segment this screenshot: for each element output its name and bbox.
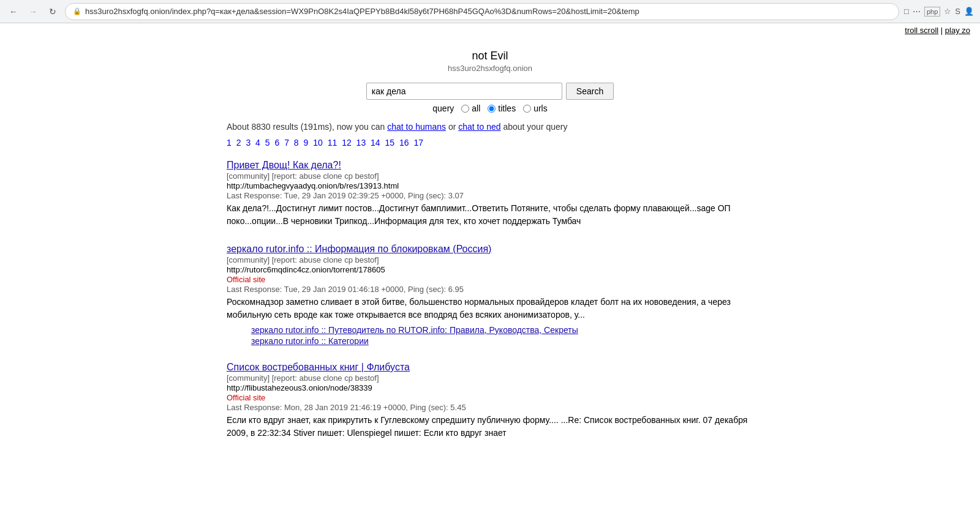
reload-button[interactable]: ↻ <box>45 4 60 19</box>
page-content: not Evil hss3uro2hsxfogfq.onion Search q… <box>214 37 766 468</box>
result-url: http://tumbachegvyaadyq.onion/b/res/1391… <box>227 181 753 190</box>
page-1[interactable]: 1 <box>227 138 232 148</box>
sub-link-1[interactable]: зеркало rutor.info :: Путеводитель по RU… <box>251 325 753 335</box>
urls-radio[interactable] <box>523 105 531 113</box>
profile-icon[interactable]: S <box>955 7 960 16</box>
query-label: query <box>432 103 454 113</box>
page-14[interactable]: 14 <box>371 138 380 148</box>
search-options: query all titles urls <box>432 103 547 113</box>
chat-humans-link[interactable]: chat to humans <box>387 122 446 132</box>
page-6[interactable]: 6 <box>274 138 279 148</box>
search-row: Search <box>366 83 614 100</box>
page-12[interactable]: 12 <box>342 138 352 148</box>
forward-button[interactable]: → <box>26 4 40 19</box>
result-meta: [community] [report: abuse clone cp best… <box>227 171 753 181</box>
address-text: hss3uro2hsxfogfq.onion/index.php?q=как+д… <box>85 7 639 16</box>
result-meta: [community] [report: abuse clone cp best… <box>227 373 753 383</box>
site-title: not Evil <box>227 50 753 62</box>
result-desc: Если кто вдруг знает, как прикрутить к Г… <box>227 414 753 440</box>
address-bar[interactable]: 🔒 hss3uro2hsxfogfq.onion/index.php?q=как… <box>65 3 899 20</box>
or-text: or <box>446 122 458 132</box>
back-button[interactable]: ← <box>6 4 21 19</box>
result-ping: Last Response: Mon, 28 Jan 2019 21:46:19… <box>227 403 753 412</box>
result-item: Список востребованных книг | Флибуста [c… <box>227 362 753 440</box>
result-official: Official site <box>227 275 753 284</box>
result-title: Список востребованных книг | Флибуста <box>227 362 753 373</box>
extension-icon[interactable]: □ <box>904 7 909 16</box>
results-info: About 8830 results (191ms), now you can … <box>227 122 753 132</box>
browser-right-actions: □ ⋯ php ☆ S 👤 <box>904 7 974 17</box>
sub-link-2[interactable]: зеркало rutor.info :: Категории <box>251 336 753 346</box>
titles-radio[interactable] <box>488 105 496 113</box>
result-link[interactable]: Привет Двощ! Как дела?! <box>227 160 341 170</box>
page-15[interactable]: 15 <box>385 138 395 148</box>
titles-label: titles <box>498 103 516 113</box>
troll-scroll-link[interactable]: troll scroll <box>905 26 938 35</box>
lock-icon: 🔒 <box>73 7 81 15</box>
play-zo-link[interactable]: play zo <box>945 26 970 35</box>
result-official: Official site <box>227 393 753 402</box>
browser-chrome: ← → ↻ 🔒 hss3uro2hsxfogfq.onion/index.php… <box>0 0 980 23</box>
page-7[interactable]: 7 <box>284 138 289 148</box>
page-4[interactable]: 4 <box>255 138 260 148</box>
page-10[interactable]: 10 <box>313 138 323 148</box>
urls-option[interactable]: urls <box>523 103 548 113</box>
star-icon[interactable]: ☆ <box>944 7 951 16</box>
page-9[interactable]: 9 <box>304 138 309 148</box>
all-radio[interactable] <box>461 105 469 113</box>
page-8[interactable]: 8 <box>294 138 299 148</box>
page-2[interactable]: 2 <box>236 138 241 148</box>
menu-icon[interactable]: ⋯ <box>913 7 921 16</box>
all-label: all <box>472 103 480 113</box>
all-option[interactable]: all <box>461 103 480 113</box>
result-desc: Роскомнадзор заметно сливает в этой битв… <box>227 296 753 321</box>
chat-ned-link[interactable]: chat to ned <box>458 122 500 132</box>
page-16[interactable]: 16 <box>399 138 409 148</box>
result-url: http://rutorc6mqdinc4cz.onion/torrent/17… <box>227 265 753 274</box>
result-link[interactable]: зеркало rutor.info :: Информация по блок… <box>227 244 491 254</box>
php-badge: php <box>924 7 940 17</box>
result-meta: [community] [report: abuse clone cp best… <box>227 255 753 264</box>
pagination: 1 2 3 4 5 6 7 8 9 10 11 12 13 14 15 16 1… <box>227 138 753 148</box>
site-subtitle: hss3uro2hsxfogfq.onion <box>227 64 753 73</box>
search-form: Search query all titles urls <box>227 83 753 113</box>
result-desc: Как дела?!...Достигнут лимит постов...До… <box>227 202 753 228</box>
page-11[interactable]: 11 <box>328 138 337 148</box>
titles-option[interactable]: titles <box>488 103 516 113</box>
separator: | <box>941 26 945 35</box>
result-title: Привет Двощ! Как дела?! <box>227 160 753 171</box>
page-5[interactable]: 5 <box>265 138 270 148</box>
top-right-links: troll scroll | play zo <box>0 23 980 37</box>
search-button[interactable]: Search <box>566 83 614 100</box>
page-13[interactable]: 13 <box>356 138 366 148</box>
result-url: http://flibustahezeous3.onion/node/38339 <box>227 383 753 392</box>
urls-label: urls <box>533 103 548 113</box>
profile-icon2[interactable]: 👤 <box>964 7 974 16</box>
results-text-before: About 8830 results (191ms), now you can <box>227 122 387 132</box>
result-ping: Last Response: Tue, 29 Jan 2019 01:46:18… <box>227 285 753 294</box>
sub-links: зеркало rutor.info :: Путеводитель по RU… <box>227 325 753 346</box>
result-link[interactable]: Список востребованных книг | Флибуста <box>227 362 410 372</box>
results-text-after: about your query <box>501 122 568 132</box>
result-item: Привет Двощ! Как дела?! [community] [rep… <box>227 160 753 228</box>
page-17[interactable]: 17 <box>413 138 423 148</box>
result-ping: Last Response: Tue, 29 Jan 2019 02:39:25… <box>227 191 753 200</box>
result-title: зеркало rutor.info :: Информация по блок… <box>227 244 753 255</box>
page-3[interactable]: 3 <box>246 138 251 148</box>
result-item: зеркало rutor.info :: Информация по блок… <box>227 244 753 346</box>
search-input[interactable] <box>366 83 562 100</box>
